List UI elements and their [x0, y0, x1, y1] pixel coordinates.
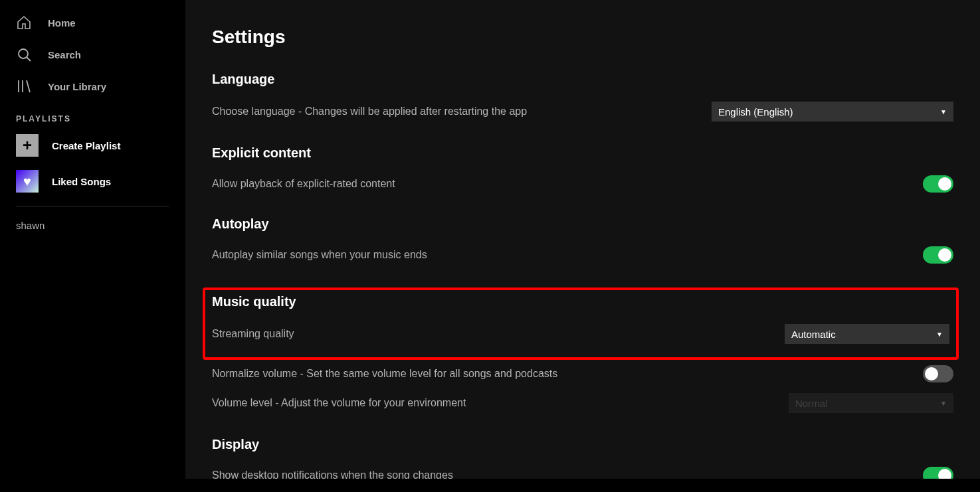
section-explicit: Explicit content Allow playback of expli… — [212, 145, 953, 198]
create-playlist-label: Create Playlist — [52, 140, 120, 151]
nav-search[interactable]: Search — [0, 39, 185, 70]
heart-icon: ♥ — [16, 170, 39, 193]
home-icon — [16, 15, 32, 31]
user-playlist-item[interactable]: shawn — [0, 213, 185, 238]
playlists-header: PLAYLISTS — [0, 102, 185, 127]
language-description: Choose language - Changes will be applie… — [212, 104, 712, 119]
streaming-quality-label: Streaming quality — [212, 327, 785, 341]
sidebar: Home Search Your Library PLAYLISTS + Cre… — [0, 0, 185, 479]
volume-level-label: Volume level - Adjust the volume for you… — [212, 396, 789, 410]
search-icon — [16, 46, 32, 62]
autoplay-description: Autoplay similar songs when your music e… — [212, 248, 923, 262]
music-quality-heading: Music quality — [212, 294, 949, 309]
explicit-toggle[interactable] — [923, 175, 953, 193]
nav-search-label: Search — [48, 49, 81, 60]
nav-library-label: Your Library — [48, 81, 106, 92]
nav-home[interactable]: Home — [0, 7, 185, 39]
autoplay-heading: Autoplay — [212, 216, 953, 232]
svg-line-4 — [27, 80, 30, 92]
language-heading: Language — [212, 72, 953, 87]
page-title: Settings — [212, 27, 953, 48]
explicit-description: Allow playback of explicit-rated content — [212, 177, 923, 191]
language-select[interactable]: English (English) — [712, 102, 953, 122]
create-playlist[interactable]: + Create Playlist — [0, 127, 185, 163]
section-autoplay: Autoplay Autoplay similar songs when you… — [212, 216, 953, 269]
svg-line-1 — [27, 57, 31, 61]
normalize-volume-toggle[interactable] — [923, 365, 953, 382]
streaming-quality-select[interactable]: Automatic — [785, 324, 949, 344]
highlight-annotation: Music quality Streaming quality Automati… — [203, 287, 959, 360]
display-heading: Display — [212, 437, 953, 452]
svg-point-0 — [19, 49, 28, 58]
notifications-label: Show desktop notifications when the song… — [212, 468, 923, 479]
settings-main: Settings Language Choose language - Chan… — [185, 0, 980, 479]
sidebar-divider — [16, 206, 169, 206]
notifications-toggle[interactable] — [923, 467, 953, 479]
library-icon — [16, 78, 32, 94]
liked-songs[interactable]: ♥ Liked Songs — [0, 163, 185, 199]
nav-home-label: Home — [48, 17, 76, 29]
explicit-heading: Explicit content — [212, 145, 953, 161]
nav-library[interactable]: Your Library — [0, 70, 185, 102]
bottom-bar — [0, 479, 980, 492]
section-music-quality: Music quality Streaming quality Automati… — [212, 287, 953, 418]
volume-level-select: Normal — [789, 393, 953, 413]
normalize-volume-label: Normalize volume - Set the same volume l… — [212, 367, 923, 381]
section-display: Display Show desktop notifications when … — [212, 437, 953, 479]
liked-songs-label: Liked Songs — [52, 176, 111, 187]
section-language: Language Choose language - Changes will … — [212, 72, 953, 127]
autoplay-toggle[interactable] — [923, 246, 953, 264]
plus-icon: + — [16, 134, 39, 157]
